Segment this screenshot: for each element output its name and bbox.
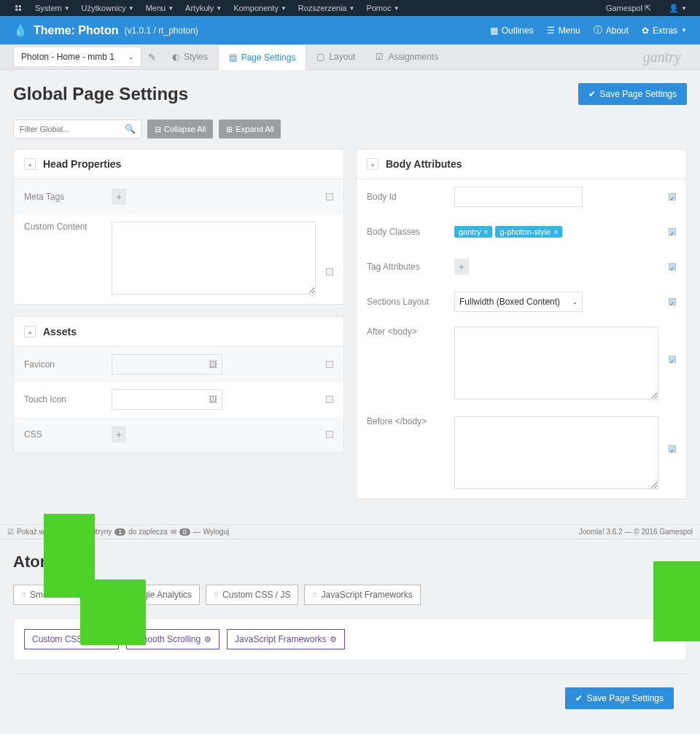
tab-page-settings[interactable]: ▤ Page Settings xyxy=(218,44,307,70)
tag-attributes-label: Tag Attributes xyxy=(367,262,454,272)
nav-articles[interactable]: Artykuły ▼ xyxy=(179,4,228,12)
show-site-link[interactable]: Pokaż witrynę xyxy=(17,528,62,536)
override-checkbox[interactable]: ✓ xyxy=(669,193,676,200)
favicon-label: Favicon xyxy=(24,359,112,370)
remove-tag-icon[interactable]: × xyxy=(484,228,489,236)
joomla-logo-icon[interactable] xyxy=(7,3,29,13)
override-checkbox[interactable]: ✓ xyxy=(670,630,677,638)
expand-all-button[interactable]: ⊞ Expand All xyxy=(219,120,281,138)
admins-badge[interactable]: 1 xyxy=(114,528,125,536)
after-body-textarea[interactable] xyxy=(454,327,658,399)
check-icon: ✔ xyxy=(575,693,583,703)
active-atom-custom[interactable]: Custom CSS / JS ⚙ xyxy=(24,629,119,649)
gantry-logo: gantry xyxy=(643,44,687,69)
nav-users[interactable]: Użytkownicy ▼ xyxy=(76,4,140,12)
override-checkbox[interactable]: ✓ xyxy=(669,228,676,235)
nav-components[interactable]: Komponenty ▼ xyxy=(228,4,292,12)
page-icon: ▤ xyxy=(229,52,237,63)
collapse-all-button[interactable]: ⊟ Collapse All xyxy=(147,120,213,138)
atom-google-analytics[interactable]: ⠿ Google Analytics xyxy=(110,585,200,605)
user-icon: 👤 xyxy=(669,4,679,13)
tab-assignments[interactable]: ☑ Assignments xyxy=(365,44,448,69)
messages-badge[interactable]: 0 xyxy=(179,528,190,536)
gear-icon[interactable]: ⚙ xyxy=(204,635,211,644)
image-icon: 🖼 xyxy=(204,394,222,405)
image-icon: 🖼 xyxy=(204,359,222,370)
tab-styles[interactable]: ◐ Styles xyxy=(162,44,218,69)
save-button-top[interactable]: ✔ Save Page Settings xyxy=(578,83,687,105)
active-atom-jsfw[interactable]: JavaScript Frameworks ⚙ xyxy=(227,629,345,649)
sections-layout-select[interactable]: Fullwidth (Boxed Content) ⌄ xyxy=(454,292,583,312)
atom-custom-css-js[interactable]: ⠿ Custom CSS / JS xyxy=(206,585,298,605)
svg-point-1 xyxy=(19,5,21,7)
info-icon: ⓘ xyxy=(594,24,602,36)
remove-tag-icon[interactable]: × xyxy=(553,228,558,236)
filter-input[interactable] xyxy=(13,120,141,138)
search-icon[interactable]: 🔍 xyxy=(125,124,136,134)
collapse-toggle[interactable]: ▴ xyxy=(24,158,36,170)
before-body-label: Before </body> xyxy=(367,416,454,426)
override-checkbox[interactable] xyxy=(326,268,333,276)
atom-js-frameworks[interactable]: ⠿ JavaScript Frameworks xyxy=(304,585,420,605)
outline-selector[interactable]: Photon - Home - mmb 1 ⌄ xyxy=(13,47,141,67)
nav-system[interactable]: System ▼ xyxy=(29,4,76,12)
override-checkbox[interactable] xyxy=(326,396,333,403)
atom-dropzone[interactable]: Custom CSS / JS ⚙ Smooth Scrolling ⚙ Jav… xyxy=(13,618,687,660)
drag-icon: ⠿ xyxy=(214,591,219,599)
pencil-icon: ✎ xyxy=(148,52,156,63)
tab-layout[interactable]: ▢ Layout xyxy=(306,44,365,69)
body-class-tag[interactable]: gantry × xyxy=(454,226,492,238)
add-meta-button[interactable]: + xyxy=(112,189,126,205)
chevron-down-icon: ⌄ xyxy=(128,54,133,60)
override-checkbox[interactable]: ✓ xyxy=(669,356,676,363)
outlines-link[interactable]: ▦ Outlines xyxy=(490,24,534,36)
add-tag-attr-button[interactable]: + xyxy=(454,259,469,275)
sections-layout-label: Sections Layout xyxy=(367,297,454,307)
save-button-bottom[interactable]: ✔ Save Page Settings xyxy=(565,687,674,709)
drag-icon: ⠿ xyxy=(312,591,317,599)
active-atom-smooth[interactable]: Smooth Scrolling ⚙ xyxy=(126,629,219,649)
logout-link[interactable]: Wyloguj xyxy=(203,528,229,536)
atom-smooth-scrolling[interactable]: ⠿ Smooth Scrolling xyxy=(13,585,104,605)
nav-extensions[interactable]: Rozszerzenia ▼ xyxy=(292,4,361,12)
body-class-tag[interactable]: g-photon-style × xyxy=(495,226,562,238)
gear-icon[interactable]: ⚙ xyxy=(330,635,337,644)
override-checkbox[interactable]: ✓ xyxy=(669,445,676,453)
edit-outline-button[interactable]: ✎ xyxy=(141,44,162,69)
menu-link[interactable]: ☰ Menu xyxy=(547,24,580,36)
nav-user-menu[interactable]: 👤 ▼ xyxy=(663,4,693,13)
override-checkbox[interactable] xyxy=(326,193,333,200)
body-classes-label: Body Classes xyxy=(367,227,454,237)
body-attributes-card: ▴ Body Attributes Body Id ✓ Body Classes… xyxy=(356,149,687,499)
touch-icon-input[interactable]: 🖼 xyxy=(112,389,222,410)
custom-content-textarea[interactable] xyxy=(112,222,316,294)
chevron-down-icon: ⌄ xyxy=(572,299,578,305)
before-body-textarea[interactable] xyxy=(454,416,658,489)
check-icon: ✔ xyxy=(588,89,596,99)
to-site-label: do witryny xyxy=(79,528,112,536)
override-checkbox[interactable] xyxy=(326,431,333,438)
favicon-input[interactable]: 🖼 xyxy=(112,354,222,375)
nav-site-link[interactable]: Gamespol ⇱ xyxy=(600,4,657,13)
collapse-toggle[interactable]: ▴ xyxy=(24,326,36,337)
drag-icon: ⠿ xyxy=(118,591,123,599)
gear-icon[interactable]: ⚙ xyxy=(104,635,111,644)
theme-bar: 💧 Theme: Photon (v1.0.1 / rt_photon) ▦ O… xyxy=(0,16,700,44)
nav-menu[interactable]: Menu ▼ xyxy=(140,4,179,12)
nav-help[interactable]: Pomoc ▼ xyxy=(360,4,405,12)
body-id-input[interactable] xyxy=(454,187,583,207)
grid-icon: ▦ xyxy=(490,26,498,36)
check-icon: ☑ xyxy=(376,52,384,62)
override-checkbox[interactable]: ✓ xyxy=(669,263,676,270)
visitors-badge[interactable]: 0 xyxy=(65,528,76,536)
theme-version: (v1.0.1 / rt_photon) xyxy=(124,26,198,36)
add-css-button[interactable]: + xyxy=(112,426,126,442)
drag-icon: ⠿ xyxy=(21,591,26,599)
about-link[interactable]: ⓘ About xyxy=(594,24,629,36)
gear-icon: ✿ xyxy=(642,26,649,36)
override-checkbox[interactable] xyxy=(326,361,333,368)
extras-link[interactable]: ✿ Extras ▼ xyxy=(642,24,687,36)
collapse-toggle[interactable]: ▴ xyxy=(367,158,378,170)
svg-point-2 xyxy=(15,9,18,11)
override-checkbox[interactable]: ✓ xyxy=(669,298,676,305)
